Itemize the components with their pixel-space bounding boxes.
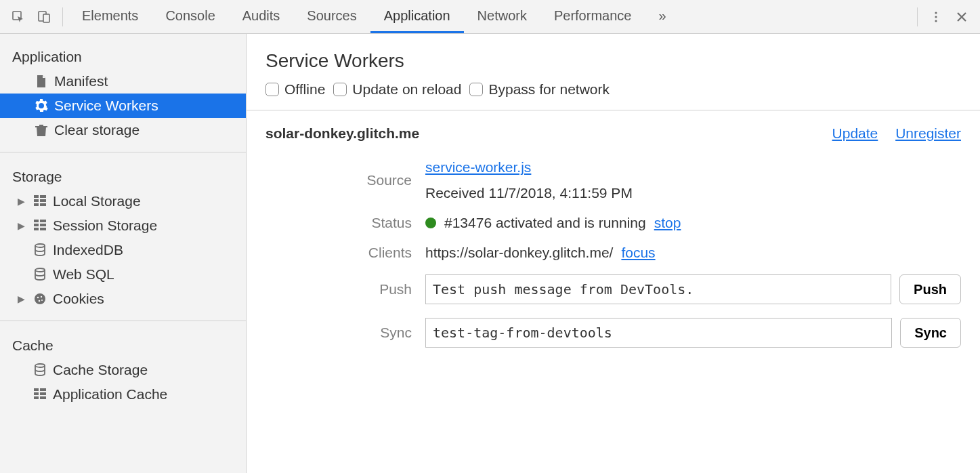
grid-icon (31, 388, 49, 400)
tab-console[interactable]: Console (152, 0, 228, 33)
source-received: Received 11/7/2018, 4:11:59 PM (425, 185, 633, 201)
status-indicator-icon (425, 218, 436, 228)
source-file-link[interactable]: service-worker.js (425, 159, 531, 176)
sidebar-item-application-cache[interactable]: Application Cache (0, 382, 246, 407)
svg-rect-9 (40, 199, 46, 202)
svg-rect-13 (40, 220, 46, 222)
tab-network[interactable]: Network (464, 0, 540, 33)
divider (917, 7, 918, 26)
update-link[interactable]: Update (832, 125, 878, 141)
divider (62, 7, 63, 26)
label-push: Push (265, 281, 425, 297)
chevron-right-icon: ▶ (18, 220, 28, 231)
sidebar-item-label: Application Cache (53, 386, 167, 403)
tab-audits[interactable]: Audits (229, 0, 294, 33)
status-text: #13476 activated and is running (444, 215, 646, 231)
svg-point-18 (35, 244, 45, 247)
focus-link[interactable]: focus (621, 245, 655, 261)
svg-rect-16 (34, 228, 39, 230)
chevron-right-icon: ▶ (18, 196, 28, 207)
sidebar-item-label: Manifest (54, 73, 108, 89)
sidebar-item-cookies[interactable]: ▶ Cookies (0, 287, 246, 311)
sidebar-item-label: Cookies (53, 291, 104, 307)
sidebar-item-local-storage[interactable]: ▶ Local Storage (0, 189, 246, 213)
checkbox-bypass-for-network[interactable]: Bypass for network (469, 81, 610, 98)
svg-rect-14 (34, 224, 39, 226)
svg-point-4 (935, 16, 937, 18)
divider (0, 152, 246, 152)
stop-link[interactable]: stop (654, 215, 681, 231)
svg-rect-26 (34, 388, 39, 391)
sidebar-item-label: Web SQL (53, 266, 114, 283)
svg-rect-30 (34, 396, 39, 399)
database-icon (31, 363, 49, 377)
grid-icon (31, 220, 49, 232)
divider (0, 321, 246, 321)
sidebar-item-web-sql[interactable]: Web SQL (0, 262, 246, 287)
sidebar-item-label: IndexedDB (53, 242, 123, 258)
tab-elements[interactable]: Elements (68, 0, 152, 33)
tab-application[interactable]: Application (370, 0, 464, 33)
sidebar-item-cache-storage[interactable]: Cache Storage (0, 358, 246, 382)
push-input[interactable] (425, 274, 891, 304)
svg-point-20 (35, 293, 45, 304)
tab-sources[interactable]: Sources (293, 0, 370, 33)
sidebar-item-clear-storage[interactable]: Clear storage (0, 118, 246, 142)
label-sync: Sync (265, 325, 425, 341)
chevron-right-icon: ▶ (18, 293, 28, 304)
service-worker-registration: solar-donkey.glitch.me Update Unregister… (247, 110, 980, 368)
svg-rect-8 (34, 199, 39, 202)
svg-rect-11 (40, 203, 46, 206)
section-cache: Cache (0, 331, 246, 358)
checkbox-update-on-reload[interactable]: Update on reload (333, 81, 461, 98)
tab-performance[interactable]: Performance (540, 0, 645, 33)
svg-rect-2 (43, 14, 49, 22)
sidebar-item-label: Session Storage (53, 218, 157, 234)
svg-rect-7 (40, 195, 46, 198)
svg-rect-29 (40, 392, 46, 395)
service-worker-options: Offline Update on reload Bypass for netw… (247, 81, 980, 110)
sidebar-item-label: Service Workers (54, 98, 158, 114)
svg-point-3 (935, 12, 937, 14)
chevron-right-double-icon: » (658, 8, 666, 24)
svg-point-21 (37, 297, 39, 299)
sidebar-item-label: Cache Storage (53, 362, 148, 378)
service-workers-panel: Service Workers Offline Update on reload… (247, 34, 980, 473)
trash-icon (33, 123, 50, 137)
sync-button[interactable]: Sync (900, 318, 961, 348)
svg-rect-27 (40, 388, 46, 391)
sidebar-item-manifest[interactable]: Manifest (0, 69, 246, 94)
sidebar-item-session-storage[interactable]: ▶ Session Storage (0, 213, 246, 238)
panel-tabs: Elements Console Audits Sources Applicat… (68, 0, 912, 33)
tab-overflow[interactable]: » (645, 0, 679, 33)
database-icon (31, 268, 49, 281)
sync-input[interactable] (425, 318, 892, 348)
document-icon (33, 75, 50, 88)
close-icon[interactable] (949, 4, 975, 30)
grid-icon (31, 195, 49, 207)
sidebar-item-indexeddb[interactable]: IndexedDB (0, 238, 246, 262)
unregister-link[interactable]: Unregister (895, 125, 961, 141)
database-icon (31, 243, 49, 257)
svg-point-22 (41, 296, 42, 297)
section-storage: Storage (0, 162, 246, 189)
sidebar-item-service-workers[interactable]: Service Workers (0, 94, 246, 118)
toggle-device-icon[interactable] (31, 4, 57, 30)
gear-icon (33, 99, 50, 112)
label-source: Source (265, 172, 425, 188)
svg-rect-28 (34, 392, 39, 395)
svg-point-5 (935, 20, 937, 22)
svg-point-24 (41, 300, 43, 301)
sidebar-item-label: Clear storage (54, 122, 140, 138)
checkbox-label: Bypass for network (488, 81, 610, 98)
cookie-icon (31, 292, 49, 306)
svg-rect-6 (34, 195, 39, 198)
section-application: Application (0, 42, 246, 69)
push-button[interactable]: Push (899, 274, 961, 304)
svg-rect-10 (34, 203, 39, 206)
inspect-element-icon[interactable] (5, 4, 31, 30)
kebab-menu-icon[interactable] (923, 4, 949, 30)
checkbox-offline[interactable]: Offline (265, 81, 325, 98)
svg-point-23 (39, 300, 41, 302)
registration-origin: solar-donkey.glitch.me (265, 125, 419, 142)
